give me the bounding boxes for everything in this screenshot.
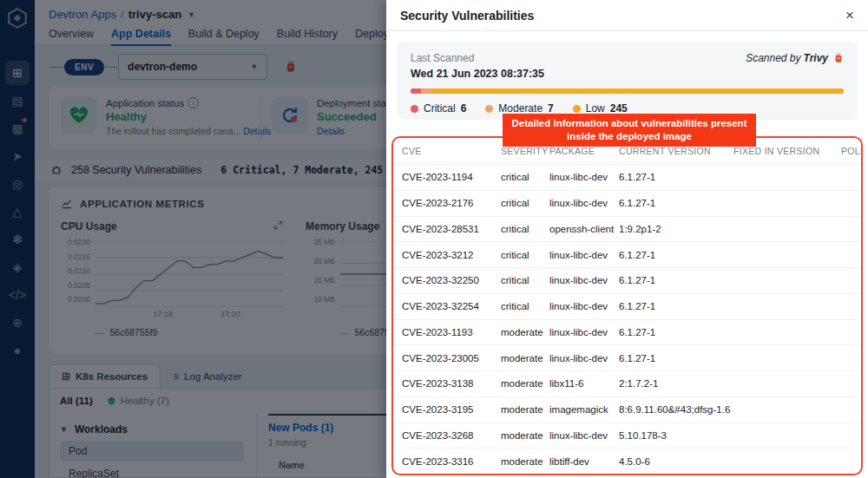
env-connector-line bbox=[104, 67, 118, 68]
global-config-icon[interactable]: ⊕ bbox=[5, 311, 30, 335]
tab-overview[interactable]: Overview bbox=[49, 28, 94, 46]
tab-log-analyzer[interactable]: ≡ Log Analyzer bbox=[161, 364, 254, 388]
table-row[interactable]: CVE-2023-3212criticallinux-libc-dev6.1.2… bbox=[393, 241, 861, 267]
table-row[interactable]: CVE-2023-28531criticalopenssh-client1:9.… bbox=[393, 216, 861, 242]
devtron-logo-icon[interactable] bbox=[6, 7, 29, 29]
chevron-down-icon[interactable]: ▼ bbox=[187, 10, 195, 19]
environment-select[interactable]: devtron-demo ▼ bbox=[118, 54, 267, 80]
severity-segment-low bbox=[432, 88, 844, 94]
critical-dot-icon bbox=[411, 105, 418, 113]
tree-item-replicaset[interactable]: ReplicaSet bbox=[60, 463, 244, 478]
resource-browser-icon[interactable]: ◎ bbox=[5, 172, 30, 196]
legend-critical: Critical 6 bbox=[411, 102, 466, 115]
info-icon[interactable]: i bbox=[187, 97, 199, 108]
cell-cve: CVE-2023-1193 bbox=[402, 327, 501, 337]
y-tick-label: 0.0220 bbox=[68, 238, 90, 246]
tab-app-details[interactable]: App Details bbox=[111, 28, 171, 46]
y-tick-label: 0.0205 bbox=[68, 281, 90, 290]
breadcrumb-app-name: trivy-scan bbox=[128, 8, 181, 21]
security-icon[interactable]: ◈ bbox=[5, 255, 30, 279]
y-tick-label: 15 MB bbox=[313, 276, 335, 285]
cell-severity: critical bbox=[501, 301, 549, 311]
tab-build-history[interactable]: Build History bbox=[277, 28, 338, 46]
cell-package: linux-libc-dev bbox=[549, 198, 619, 208]
table-row[interactable]: CVE-2023-1193moderatelinux-libc-dev6.1.2… bbox=[393, 319, 861, 345]
y-tick-label: 0.0210 bbox=[68, 266, 90, 275]
vulnerability-summary: 6 Critical, 7 Moderate, 245 Low bbox=[220, 164, 407, 176]
deployment-details-link[interactable]: Details bbox=[317, 126, 345, 136]
table-row[interactable]: CVE-2023-3268moderatelinux-libc-dev5.10.… bbox=[393, 422, 861, 449]
environment-bar: ENV devtron-demo ▼ bbox=[49, 53, 297, 81]
cell-severity: critical bbox=[501, 275, 549, 285]
tab-k8s-resources[interactable]: ⊞ K8s Resources bbox=[49, 364, 161, 388]
cell-current-version: 2:1.7.2-1 bbox=[619, 378, 733, 389]
application-details-link[interactable]: Details bbox=[243, 126, 271, 136]
cell-package: libx11-6 bbox=[549, 378, 619, 389]
cell-severity: moderate bbox=[501, 327, 549, 337]
low-label: Low bbox=[586, 102, 605, 115]
legend-line: — bbox=[340, 327, 350, 337]
cpu-usage-chart: CPU Usage 0.02200.02150.02100.02050.0200… bbox=[61, 220, 283, 337]
cpu-x-axis: 17:1817:20 bbox=[95, 310, 283, 320]
table-row[interactable]: CVE-2023-3195moderateimagemagick8:6.9.11… bbox=[393, 396, 861, 422]
last-scanned-value: Wed 21 Jun 2023 08:37:35 bbox=[411, 68, 844, 80]
drawer-title: Security Vulnerabilities bbox=[400, 9, 534, 23]
breadcrumb: Devtron Apps / trivy-scan ▼ bbox=[49, 8, 195, 21]
table-row[interactable]: CVE-2023-32254criticallinux-libc-dev6.1.… bbox=[393, 293, 861, 319]
severity-bar bbox=[411, 88, 844, 94]
application-status-title: Application status bbox=[106, 98, 184, 108]
scan-summary-card: Last Scanned Scanned byTrivy Wed 21 Jun … bbox=[397, 42, 858, 120]
low-dot-icon bbox=[573, 105, 581, 113]
vulnerability-count-label: 258 Security Vulnerabilities bbox=[71, 164, 201, 176]
cell-current-version: 6.1.27-1 bbox=[619, 275, 733, 285]
stack-manager-icon[interactable]: ✽ bbox=[5, 227, 30, 252]
filter-all[interactable]: All (11) bbox=[60, 396, 93, 406]
table-row[interactable]: CVE-2023-2176criticallinux-libc-dev6.1.2… bbox=[393, 190, 861, 216]
shield-check-icon bbox=[107, 396, 116, 406]
cell-severity: moderate bbox=[501, 430, 549, 441]
healthy-heart-icon bbox=[61, 97, 97, 134]
filter-healthy-label: Healthy (7) bbox=[121, 396, 169, 406]
cell-package: linux-libc-dev bbox=[549, 275, 619, 285]
filter-healthy[interactable]: Healthy (7) bbox=[107, 396, 169, 406]
cell-severity: moderate bbox=[501, 353, 549, 363]
severity-legend: Critical 6 Moderate 7 Low 245 bbox=[411, 102, 844, 115]
cell-cve: CVE-2023-3195 bbox=[402, 404, 501, 415]
jobs-icon[interactable]: ▤ bbox=[5, 88, 30, 113]
tab-build-deploy[interactable]: Build & Deploy bbox=[188, 28, 260, 46]
cell-package: linux-libc-dev bbox=[549, 430, 619, 441]
breadcrumb-root-link[interactable]: Devtron Apps bbox=[49, 8, 116, 21]
tree-group-workloads[interactable]: ▼ Workloads bbox=[60, 420, 244, 439]
resource-tree: ▼ Workloads Pod ReplicaSet bbox=[60, 420, 244, 478]
releases-icon[interactable]: ➤ bbox=[5, 144, 30, 168]
cell-current-version: 6.1.27-1 bbox=[619, 172, 733, 182]
memory-y-axis: 25 MB20 MB15 MB10 MB bbox=[306, 238, 340, 304]
table-row[interactable]: CVE-2023-3316moderatelibtiff-dev4.5.0-6 bbox=[393, 448, 861, 474]
cell-current-version: 1:9.2p1-2 bbox=[619, 224, 733, 234]
trivy-scan-icon[interactable] bbox=[285, 60, 297, 74]
last-scanned-label: Last Scanned bbox=[411, 52, 474, 64]
vulnerability-table: CVE SEVERITY PACKAGE CURRENT VERSION FIX… bbox=[391, 136, 863, 475]
legend-line: — bbox=[95, 327, 105, 337]
chart-store-icon[interactable]: △ bbox=[5, 200, 30, 224]
close-icon[interactable]: × bbox=[845, 8, 854, 23]
chevron-down-icon: ▼ bbox=[250, 62, 258, 71]
application-groups-icon[interactable]: ▦ bbox=[5, 116, 30, 141]
application-status-note: The rollout has completed cana... bbox=[106, 126, 240, 136]
cell-severity: critical bbox=[501, 224, 549, 234]
application-status-block: Application statusi Healthy The rollout … bbox=[61, 97, 250, 139]
table-row[interactable]: CVE-2023-1194criticallinux-libc-dev6.1.2… bbox=[393, 164, 861, 190]
trivy-logo-icon bbox=[833, 52, 844, 64]
applications-icon[interactable]: ⊞ bbox=[5, 61, 30, 85]
vuln-table-rows: CVE-2023-1194criticallinux-libc-dev6.1.2… bbox=[393, 164, 861, 474]
tree-item-pod[interactable]: Pod bbox=[60, 441, 244, 462]
code-icon[interactable]: </> bbox=[5, 283, 30, 307]
table-row[interactable]: CVE-2023-23005moderatelinux-libc-dev6.1.… bbox=[393, 344, 861, 370]
clusters-icon[interactable]: ● bbox=[5, 338, 30, 363]
severity-segment-critical bbox=[411, 88, 421, 94]
expand-icon[interactable] bbox=[273, 220, 283, 232]
table-row[interactable]: CVE-2023-3138moderatelibx11-62:1.7.2-1 bbox=[393, 370, 861, 396]
cell-cve: CVE-2023-1194 bbox=[402, 172, 501, 182]
table-row[interactable]: CVE-2023-32250criticallinux-libc-dev6.1.… bbox=[393, 267, 861, 293]
security-vulnerabilities-drawer: Security Vulnerabilities × Last Scanned … bbox=[386, 0, 868, 478]
